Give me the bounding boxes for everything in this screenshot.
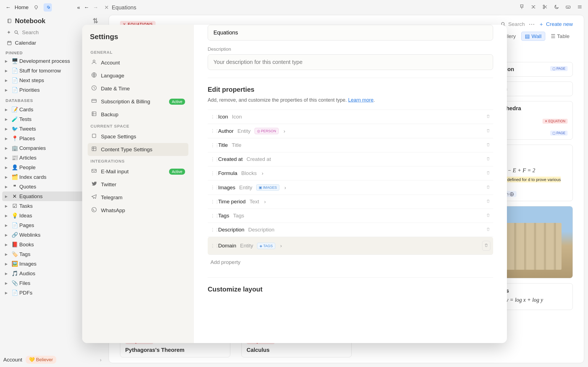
nav-head-integrations: INTEGRATIONS (88, 156, 188, 165)
chevron-right-icon[interactable]: › (264, 199, 266, 205)
svg-point-8 (93, 60, 95, 62)
property-name: Created at (218, 156, 243, 162)
nav-item-label: Space Settings (101, 134, 136, 140)
backup-icon (91, 111, 97, 118)
content-icon (91, 146, 97, 153)
property-type: Icon (232, 114, 242, 120)
settings-nav: Settings GENERAL Account Language Date &… (82, 25, 194, 343)
whatsapp-icon (91, 207, 97, 214)
active-badge: Active (169, 99, 185, 105)
property-row[interactable]: ⋮⋮ Description Description (208, 223, 493, 237)
property-name: Domain (218, 243, 236, 249)
settings-body: Description Edit properties Add, remove,… (194, 25, 507, 343)
nav-item-label: Date & Time (101, 86, 130, 92)
delete-property-icon[interactable] (482, 241, 490, 251)
chevron-right-icon[interactable]: › (284, 128, 285, 134)
mail-icon (91, 168, 97, 175)
drag-handle-icon[interactable]: ⋮⋮ (210, 243, 214, 249)
active-badge: Active (169, 169, 185, 175)
nav-item-label: Language (101, 73, 124, 79)
property-type: Tags (233, 213, 244, 219)
drag-handle-icon[interactable]: ⋮⋮ (210, 213, 214, 218)
settings-nav-item[interactable]: Twitter (88, 178, 188, 191)
settings-nav-item[interactable]: Space Settings (88, 130, 188, 143)
drag-handle-icon[interactable]: ⋮⋮ (210, 171, 214, 176)
settings-nav-item[interactable]: Telegram (88, 191, 188, 204)
chevron-right-icon[interactable]: › (284, 185, 286, 191)
property-row[interactable]: ⋮⋮ Icon Icon (208, 110, 493, 124)
property-type: Title (232, 142, 241, 148)
delete-property-icon[interactable] (486, 156, 490, 162)
settings-nav-item[interactable]: Content Type Settings (88, 143, 188, 156)
settings-nav-item[interactable]: Backup (88, 108, 188, 121)
delete-property-icon[interactable] (486, 142, 490, 148)
settings-nav-item[interactable]: E-Mail input Active (88, 165, 188, 178)
nav-item-label: E-Mail input (101, 169, 129, 175)
property-pill: ◎ PERSON (255, 128, 279, 134)
delete-property-icon[interactable] (486, 170, 490, 176)
drag-handle-icon[interactable]: ⋮⋮ (210, 199, 214, 204)
property-name: Title (218, 142, 228, 148)
customize-layout-heading: Customize layout (208, 285, 493, 293)
property-type: Entity (240, 243, 253, 249)
property-row[interactable]: ⋮⋮ Tags Tags (208, 209, 493, 223)
nav-item-label: Subscription & Billing (101, 99, 150, 105)
property-type: Description (248, 227, 274, 233)
delete-property-icon[interactable] (486, 185, 490, 191)
property-name: Icon (218, 114, 228, 120)
property-name: Formula (218, 170, 237, 176)
svg-point-16 (92, 207, 97, 212)
content-type-name-input[interactable] (208, 25, 493, 41)
property-pill: ◈ TAGS (257, 243, 275, 249)
drag-handle-icon[interactable]: ⋮⋮ (210, 227, 214, 233)
svg-rect-11 (92, 99, 97, 102)
property-name: Tags (218, 213, 229, 219)
drag-handle-icon[interactable]: ⋮⋮ (210, 185, 214, 190)
property-row[interactable]: ⋮⋮ Formula Blocks › (208, 166, 493, 180)
delete-property-icon[interactable] (486, 213, 490, 219)
content-type-description-input[interactable] (208, 54, 493, 70)
property-name: Description (218, 227, 244, 233)
settings-modal: Settings GENERAL Account Language Date &… (82, 25, 507, 343)
settings-nav-item[interactable]: WhatsApp (88, 204, 188, 217)
drag-handle-icon[interactable]: ⋮⋮ (210, 157, 214, 162)
nav-item-label: Account (101, 60, 120, 66)
settings-nav-item[interactable]: Language (88, 69, 188, 82)
user-icon (91, 59, 97, 66)
delete-property-icon[interactable] (486, 114, 490, 120)
svg-rect-13 (92, 134, 96, 138)
property-name: Time period (218, 199, 246, 205)
description-label: Description (208, 47, 493, 52)
drag-handle-icon[interactable]: ⋮⋮ (210, 143, 214, 148)
chevron-right-icon[interactable]: › (262, 170, 263, 176)
property-row[interactable]: ⋮⋮ Domain Entity ◈ TAGS › (208, 237, 493, 255)
settings-nav-item[interactable]: Date & Time (88, 82, 188, 95)
square-icon (91, 133, 97, 140)
learn-more-link[interactable]: Learn more (348, 97, 373, 103)
drag-handle-icon[interactable]: ⋮⋮ (210, 128, 214, 134)
settings-nav-item[interactable]: Subscription & Billing Active (88, 95, 188, 108)
property-row[interactable]: ⋮⋮ Time period Text › (208, 195, 493, 209)
property-row[interactable]: ⋮⋮ Author Entity ◎ PERSON › (208, 124, 493, 138)
property-row[interactable]: ⋮⋮ Images Entity ▣ IMAGES › (208, 180, 493, 195)
property-type: Entity (237, 128, 251, 134)
settings-title: Settings (88, 33, 188, 41)
delete-property-icon[interactable] (486, 128, 490, 134)
property-row[interactable]: ⋮⋮ Title Title (208, 138, 493, 152)
add-property-button[interactable]: Add property (208, 255, 493, 270)
chevron-right-icon[interactable]: › (280, 243, 282, 249)
card-icon (91, 98, 97, 105)
settings-nav-item[interactable]: Account (88, 56, 188, 69)
twitter-icon (91, 181, 97, 188)
clock-icon (91, 85, 97, 92)
property-row[interactable]: ⋮⋮ Created at Created at (208, 152, 493, 166)
nav-item-label: Content Type Settings (101, 147, 153, 153)
svg-rect-15 (92, 169, 97, 172)
delete-property-icon[interactable] (486, 227, 490, 233)
property-pill: ▣ IMAGES (256, 184, 279, 191)
edit-properties-heading: Edit properties (208, 86, 493, 93)
property-name: Images (218, 185, 235, 191)
nav-item-label: Backup (101, 112, 118, 118)
delete-property-icon[interactable] (486, 199, 490, 205)
drag-handle-icon[interactable]: ⋮⋮ (210, 114, 214, 120)
